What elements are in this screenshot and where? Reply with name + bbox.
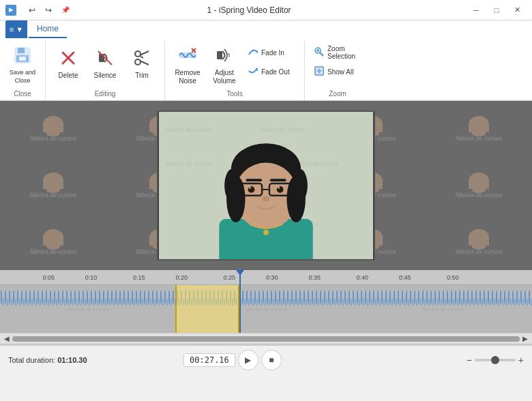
wm-logo — [43, 173, 63, 189]
tab-home[interactable]: Home — [29, 20, 67, 38]
svg-rect-3 — [19, 57, 26, 61]
ruler-mark-30: 0:30 — [266, 274, 278, 281]
zoom-group-label: Zoom — [310, 90, 365, 100]
window-controls: ─ □ ✕ — [467, 3, 527, 18]
close-button[interactable]: ✕ — [507, 3, 527, 18]
adjust-volume-button[interactable]: AdjustVolume — [207, 44, 241, 87]
timeline-tracks[interactable]: fábrica de cursos fábrica de cursos fábr… — [0, 285, 532, 333]
ruler-mark-20: 0:20 — [175, 274, 188, 281]
tools-group-content: RemoveNoise AdjustVolume — [171, 41, 299, 90]
title-bar-controls: ▶ ↩ ↪ 📌 — [5, 3, 72, 18]
svg-line-12 — [140, 56, 143, 58]
wm-cell: fábrica de cursos — [426, 158, 532, 214]
ribbon: ≡ ▼ Home Save andClose — [0, 20, 532, 101]
svg-line-25 — [320, 53, 323, 56]
trim-label: Trim — [135, 72, 149, 80]
ruler-mark-40: 0:40 — [357, 274, 369, 281]
svg-point-54 — [248, 186, 251, 189]
silence-button[interactable]: Silence — [88, 44, 122, 85]
video-frame: fábrica de cursos fábrica de cursos fábr… — [157, 110, 375, 261]
ruler-mark-10: 0:10 — [85, 274, 98, 281]
svg-point-59 — [286, 175, 305, 222]
svg-rect-16 — [217, 51, 222, 59]
volume-min-icon[interactable]: − — [467, 355, 472, 366]
redo-button[interactable]: ↪ — [41, 3, 56, 18]
stop-icon: ■ — [269, 355, 274, 365]
ruler-mark-05: 0:05 — [42, 274, 55, 281]
save-close-icon — [13, 46, 32, 68]
fade-out-icon — [248, 65, 258, 78]
fade-in-button[interactable]: Fade In — [244, 44, 299, 61]
wm-cell: fábrica de cursos — [0, 213, 106, 270]
ribbon-tab-bar: ≡ ▼ Home — [0, 20, 532, 38]
volume-thumb[interactable] — [491, 356, 499, 364]
fade-out-button[interactable]: Fade Out — [244, 63, 299, 80]
svg-point-58 — [226, 175, 245, 222]
app-icon: ▶ — [5, 5, 16, 16]
delete-button[interactable]: Delete — [51, 44, 85, 85]
svg-rect-48 — [270, 179, 286, 181]
svg-line-10 — [140, 51, 149, 55]
save-close-button[interactable]: Save andClose — [5, 44, 40, 87]
timeline-area[interactable]: 0:05 0:10 0:15 0:20 0:25 0:30 0:35 0:40 … — [0, 270, 532, 345]
scrollbar-thumb[interactable] — [12, 336, 520, 342]
delete-label: Delete — [59, 72, 78, 80]
save-close-label: Save andClose — [10, 69, 35, 85]
zoom-selection-button[interactable]: Zoom Selection — [310, 44, 365, 61]
zoom-group-content: Zoom Selection Show All — [310, 41, 365, 90]
tools-group-label: Tools — [171, 90, 299, 100]
remove-noise-button[interactable]: RemoveNoise — [171, 44, 205, 87]
playhead-arrow — [236, 270, 244, 276]
trim-button[interactable]: Trim — [125, 44, 159, 85]
zoom-buttons: Zoom Selection Show All — [310, 44, 365, 80]
scroll-left-button[interactable]: ◀ — [1, 333, 12, 344]
play-button[interactable]: ▶ — [238, 350, 258, 370]
fade-out-label: Fade Out — [261, 68, 290, 76]
bottom-bar: Total duration: 01:10.30 00:27.16 ▶ ■ − … — [0, 345, 532, 374]
undo-redo-group: ↩ ↪ — [25, 3, 56, 18]
remove-noise-label: RemoveNoise — [175, 69, 200, 85]
close-group-content: Save andClose — [5, 41, 40, 90]
minimize-button[interactable]: ─ — [467, 3, 486, 18]
fade-buttons: Fade In Fade Out — [244, 44, 299, 80]
silence-icon — [95, 48, 115, 70]
maximize-button[interactable]: □ — [487, 3, 506, 18]
ribbon-menu-button[interactable]: ≡ ▼ — [5, 20, 27, 38]
stop-button[interactable]: ■ — [261, 350, 282, 370]
wm-cell: fábrica de cursos — [426, 213, 532, 270]
svg-text:fábrica de cursos: fábrica de cursos — [259, 126, 306, 133]
ribbon-group-tools: RemoveNoise AdjustVolume — [165, 41, 305, 100]
undo-button[interactable]: ↩ — [25, 3, 40, 18]
zoom-selection-icon — [314, 46, 325, 59]
wm-logo — [469, 229, 489, 246]
svg-rect-47 — [246, 179, 263, 181]
scroll-right-button[interactable]: ▶ — [520, 333, 531, 344]
ribbon-group-zoom: Zoom Selection Show All — [305, 41, 370, 100]
wm-cell: fábrica de cursos — [0, 101, 106, 158]
menu-icon: ≡ ▼ — [10, 25, 23, 33]
svg-point-55 — [278, 186, 280, 189]
ruler-mark-45: 0:45 — [399, 274, 411, 281]
show-all-button[interactable]: Show All — [310, 63, 365, 80]
timeline-selection — [175, 285, 239, 333]
duration-label: Total duration: 01:10.30 — [8, 356, 87, 364]
svg-rect-1 — [18, 48, 25, 53]
svg-text:fábrica de cursos: fábrica de cursos — [166, 160, 212, 167]
editing-group-label: Editing — [51, 90, 159, 100]
video-area: fábrica de cursos fábrica de cursos fábr… — [0, 101, 532, 270]
svg-point-57 — [263, 230, 269, 235]
scrollbar-area[interactable]: ◀ ▶ — [0, 333, 532, 344]
playhead-track — [239, 285, 241, 333]
timeline-ruler[interactable]: 0:05 0:10 0:15 0:20 0:25 0:30 0:35 0:40 … — [0, 270, 532, 285]
volume-control: − + — [467, 355, 524, 366]
volume-max-icon[interactable]: + — [518, 355, 524, 366]
editing-group-content: Delete Silence — [51, 41, 159, 90]
scrollbar-track[interactable] — [12, 336, 520, 342]
play-icon: ▶ — [245, 355, 251, 365]
adjust-volume-label: AdjustVolume — [213, 69, 235, 85]
ruler-mark-35: 0:35 — [308, 274, 321, 281]
zoom-selection-label: Zoom Selection — [327, 45, 361, 60]
wm-logo — [469, 173, 489, 189]
volume-slider[interactable] — [475, 359, 516, 361]
ruler-marks-container: 0:05 0:10 0:15 0:20 0:25 0:30 0:35 0:40 … — [0, 270, 532, 284]
